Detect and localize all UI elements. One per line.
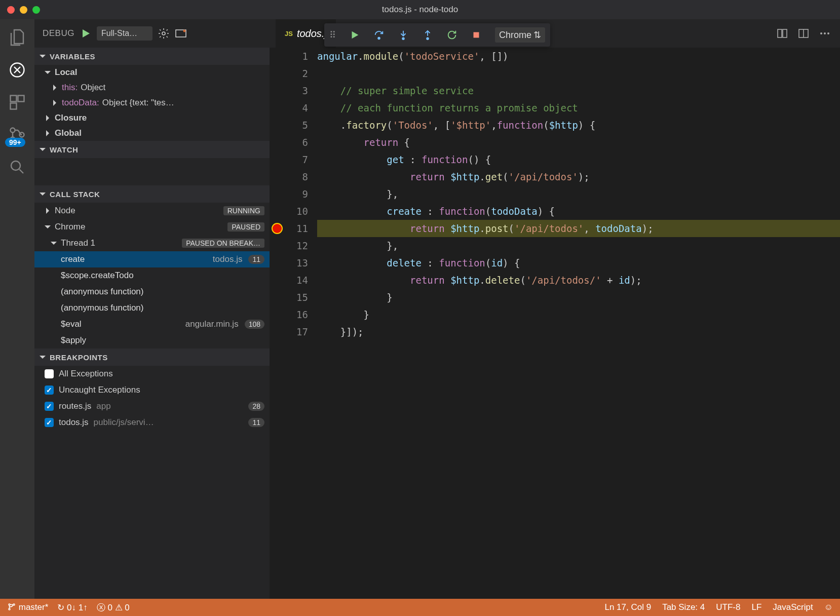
close-window[interactable] — [7, 6, 15, 14]
search-icon[interactable] — [8, 158, 26, 176]
eol[interactable]: LF — [751, 602, 761, 612]
callstack-header[interactable]: CALL STACK — [34, 185, 270, 203]
breakpoint-item[interactable]: todos.jspublic/js/servi…11 — [34, 414, 270, 431]
sync-indicator[interactable]: ↻ 0↓ 1↑ — [57, 602, 87, 613]
stack-frame[interactable]: (anonymous function) — [34, 284, 270, 300]
debug-target-select[interactable]: Chrome⇅ — [495, 27, 545, 43]
breakpoint-item[interactable]: routes.jsapp28 — [34, 398, 270, 414]
stack-frame[interactable]: createtodos.js11 — [34, 251, 270, 267]
line-number[interactable]: 7 — [288, 151, 308, 168]
continue-icon[interactable] — [349, 29, 360, 41]
checkbox[interactable] — [45, 386, 54, 395]
breakpoint-item[interactable]: Uncaught Exceptions — [34, 382, 270, 398]
step-over-icon[interactable] — [373, 29, 385, 41]
glyph-margin[interactable] — [270, 289, 288, 306]
watch-header[interactable]: WATCH — [34, 141, 270, 158]
files-icon[interactable] — [8, 28, 26, 47]
line-number[interactable]: 6 — [288, 134, 308, 151]
breakpoint-item[interactable]: All Exceptions — [34, 366, 270, 382]
glyph-margin[interactable] — [270, 185, 288, 203]
line-number[interactable]: 13 — [288, 254, 308, 272]
glyph-margin[interactable] — [270, 82, 288, 99]
glyph-margin[interactable] — [270, 168, 288, 185]
minimize-window[interactable] — [20, 6, 27, 14]
stack-session[interactable]: ChromePAUSED — [34, 219, 270, 235]
line-number[interactable]: 1 — [288, 48, 308, 65]
glyph-margin[interactable] — [270, 254, 288, 272]
code-line[interactable]: } — [317, 306, 840, 323]
code-line[interactable]: }, — [317, 237, 840, 254]
glyph-margin[interactable] — [270, 306, 288, 323]
debug-toolbar[interactable]: ⠿ Chrome⇅ — [324, 23, 550, 47]
glyph-margin[interactable] — [270, 272, 288, 289]
glyph-margin[interactable] — [270, 117, 288, 134]
code-line[interactable]: delete : function(id) { — [317, 254, 840, 272]
zoom-window[interactable] — [32, 6, 40, 14]
code-line[interactable]: }, — [317, 185, 840, 203]
line-number[interactable]: 9 — [288, 185, 308, 203]
cursor-position[interactable]: Ln 17, Col 9 — [604, 602, 651, 612]
code-line[interactable]: angular.module('todoService', []) — [317, 48, 840, 65]
breakpoint-icon[interactable] — [273, 224, 282, 233]
restart-icon[interactable] — [446, 29, 457, 41]
line-number[interactable]: 17 — [288, 323, 308, 340]
code-line[interactable] — [317, 65, 840, 82]
line-number[interactable]: 14 — [288, 272, 308, 289]
code-line[interactable]: // each function returns a promise objec… — [317, 99, 840, 117]
stack-session[interactable]: NodeRUNNING — [34, 203, 270, 219]
breakpoints-header[interactable]: BREAKPOINTS — [34, 349, 270, 366]
glyph-margin[interactable] — [270, 220, 288, 237]
start-debug-icon[interactable] — [80, 27, 92, 40]
extensions-icon[interactable] — [8, 93, 26, 111]
glyph-margin[interactable] — [270, 48, 288, 65]
code-line[interactable]: return $http.delete('/api/todos/' + id); — [317, 272, 840, 289]
var-group[interactable]: Closure — [34, 110, 270, 126]
line-number[interactable]: 5 — [288, 117, 308, 134]
variables-header[interactable]: VARIABLES — [34, 48, 270, 65]
code-line[interactable]: } — [317, 289, 840, 306]
checkbox[interactable] — [45, 402, 54, 411]
code-line[interactable]: .factory('Todos', ['$http',function($htt… — [317, 117, 840, 134]
line-number[interactable]: 15 — [288, 289, 308, 306]
glyph-margin[interactable] — [270, 203, 288, 220]
stop-icon[interactable] — [471, 29, 482, 41]
code-line[interactable]: // super simple service — [317, 82, 840, 99]
step-into-icon[interactable] — [398, 29, 409, 41]
split-icon[interactable] — [797, 27, 810, 40]
drag-handle-icon[interactable]: ⠿ — [329, 29, 336, 41]
stack-frame[interactable]: (anonymous function) — [34, 300, 270, 316]
code-line[interactable]: return $http.get('/api/todos'); — [317, 168, 840, 185]
feedback-icon[interactable]: ☺ — [824, 602, 833, 612]
code-editor[interactable]: 1234567891011121314151617 angular.module… — [270, 48, 840, 599]
line-number[interactable]: 4 — [288, 99, 308, 117]
line-number[interactable]: 12 — [288, 237, 308, 254]
stack-frame[interactable]: $scope.createTodo — [34, 267, 270, 284]
line-number[interactable]: 16 — [288, 306, 308, 323]
code-line[interactable]: return { — [317, 134, 840, 151]
var-item[interactable]: this: Object — [34, 80, 270, 95]
line-number[interactable]: 11 — [288, 220, 308, 237]
encoding[interactable]: UTF-8 — [716, 602, 740, 612]
var-item[interactable]: todoData: Object {text: "tes… — [34, 95, 270, 110]
glyph-margin[interactable] — [270, 65, 288, 82]
code-line[interactable]: }]); — [317, 323, 840, 340]
glyph-margin[interactable] — [270, 323, 288, 340]
checkbox[interactable] — [45, 418, 54, 427]
line-number[interactable]: 3 — [288, 82, 308, 99]
glyph-margin[interactable] — [270, 237, 288, 254]
more-icon[interactable] — [819, 27, 831, 40]
compare-icon[interactable] — [776, 27, 788, 40]
branch-indicator[interactable]: master* — [7, 602, 48, 612]
errors-indicator[interactable]: ⓧ 0 ⚠ 0 — [97, 602, 130, 613]
code-line[interactable]: create : function(todoData) { — [317, 203, 840, 220]
step-out-icon[interactable] — [422, 29, 433, 41]
gear-icon[interactable] — [158, 27, 170, 40]
code-line[interactable]: return $http.post('/api/todos', todoData… — [317, 220, 840, 237]
watch-empty[interactable] — [34, 158, 270, 185]
line-number[interactable]: 10 — [288, 203, 308, 220]
stack-frame[interactable]: $evalangular.min.js108 — [34, 316, 270, 332]
language-mode[interactable]: JavaScript — [773, 602, 813, 612]
code-line[interactable]: get : function() { — [317, 151, 840, 168]
line-number[interactable]: 2 — [288, 65, 308, 82]
var-group[interactable]: Local — [34, 65, 270, 80]
